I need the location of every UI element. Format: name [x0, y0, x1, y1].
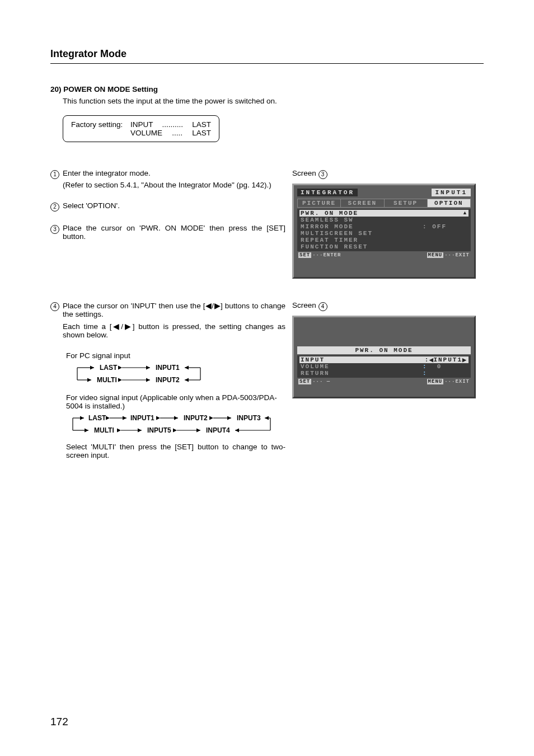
screen-label: Screen 3 [292, 169, 484, 179]
osd-submenu-title: PWR. ON MODE [297, 346, 471, 354]
step-2: 2 Select 'OPTION'. [50, 201, 285, 212]
osd-tab: SCREEN [341, 199, 384, 207]
osd-menu: PWR. ON MODE▲ SEAMLESS SW MIRROR MODE: O… [297, 209, 471, 251]
section-title: Integrator Mode [50, 48, 484, 64]
step-subtext: (Refer to section 5.4.1, "About the Inte… [63, 181, 285, 189]
osd-menu-item: RETURN : [299, 370, 469, 377]
factory-label: Factory setting: [71, 120, 130, 129]
factory-key: VOLUME [130, 129, 162, 137]
step-number-icon: 4 [50, 302, 59, 311]
svg-text:MULTI: MULTI [94, 426, 114, 434]
svg-text:MULTI: MULTI [97, 376, 117, 384]
screen-label: Screen 4 [292, 301, 484, 311]
factory-val: LAST [192, 129, 211, 137]
osd-menu-item-selected: PWR. ON MODE▲ [299, 210, 469, 217]
step-text: Select 'OPTION'. [63, 201, 285, 212]
osd-footer: SET···ENTER MENU···EXIT [297, 251, 471, 259]
svg-text:INPUT3: INPUT3 [237, 414, 261, 422]
osd-title-right: INPUT1 [432, 189, 471, 196]
svg-text:INPUT2: INPUT2 [184, 414, 208, 422]
cycle-arrows-icon: LAST INPUT1 INPUT2 INPUT3 MULTI INPUT5 I… [66, 412, 279, 437]
osd-tab: PICTURE [298, 199, 341, 207]
menu-keycap-icon: MENU [427, 252, 444, 258]
step-number-icon: 1 [50, 170, 59, 179]
menu-keycap-icon: MENU [427, 379, 444, 384]
left-column: 4 Place the cursor on 'INPUT' then use t… [50, 301, 292, 459]
osd-screen-4: PWR. ON MODE INPUT :◀INPUT1▶ VOLUME : 0 … [292, 316, 476, 398]
set-keycap-icon: SET [298, 252, 311, 258]
svg-text:LAST: LAST [100, 364, 118, 372]
step-subtext: Each time a [◀/▶] button is pressed, the… [63, 322, 285, 339]
osd-menu-item: FUNCTION RESET [299, 243, 469, 250]
osd-menu-item: MIRROR MODE: OFF [299, 223, 469, 230]
step-4: 4 Place the cursor on 'INPUT' then use t… [50, 301, 285, 339]
osd-menu: INPUT :◀INPUT1▶ VOLUME : 0 RETURN : [297, 355, 471, 378]
intro-text: This function sets the input at the time… [63, 97, 484, 105]
osd-tab-selected: OPTION [428, 199, 470, 207]
svg-text:INPUT5: INPUT5 [147, 426, 171, 434]
factory-setting-box: Factory setting: INPUT .......... LAST V… [63, 115, 219, 142]
step-1: 1 Enter the integrator mode. (Refer to s… [50, 169, 285, 189]
factory-key: INPUT [130, 120, 153, 129]
osd-menu-item: MULTISCREEN SET [299, 230, 469, 237]
step-text: Enter the integrator mode. [63, 169, 151, 177]
step-text: Place the cursor on 'INPUT' then use the… [63, 302, 285, 318]
factory-val: LAST [192, 120, 211, 129]
osd-menu-item: VOLUME : 0 [299, 363, 469, 370]
step-number-icon: 3 [50, 225, 59, 234]
osd-title-left: INTEGRATOR [297, 189, 358, 196]
pc-signal-label: For PC signal input [66, 351, 285, 360]
set-keycap-icon: SET [298, 379, 311, 384]
step-text: Place the cursor on 'PWR. ON MODE' then … [63, 224, 285, 241]
multi-note: Select 'MULTI' then press the [SET] butt… [66, 443, 285, 459]
setting-heading: 20) POWER ON MODE Setting [50, 85, 484, 93]
svg-text:INPUT4: INPUT4 [206, 426, 230, 434]
right-column: Screen 3 INTEGRATOR INPUT1 PICTURE SCREE… [292, 169, 484, 279]
step-number-icon: 2 [50, 203, 59, 212]
triangle-right-icon: ▶ [462, 357, 466, 363]
svg-text:LAST: LAST [88, 414, 106, 422]
osd-tabs: PICTURE SCREEN SETUP OPTION [297, 199, 471, 208]
osd-tab: SETUP [385, 199, 428, 207]
svg-text:INPUT2: INPUT2 [156, 376, 180, 384]
step-3: 3 Place the cursor on 'PWR. ON MODE' the… [50, 224, 285, 241]
svg-text:INPUT1: INPUT1 [130, 414, 154, 422]
left-column: 1 Enter the integrator mode. (Refer to s… [50, 169, 292, 279]
osd-footer: SET··· — MENU···EXIT [297, 378, 471, 386]
page-number: 172 [50, 716, 68, 728]
osd-menu-item-selected: INPUT :◀INPUT1▶ [299, 356, 469, 363]
svg-text:INPUT1: INPUT1 [156, 364, 180, 372]
scroll-up-icon: ▲ [462, 210, 467, 217]
osd-screen-3: INTEGRATOR INPUT1 PICTURE SCREEN SETUP O… [292, 184, 476, 279]
screen-number-icon: 4 [318, 302, 327, 311]
factory-dots: ..... [172, 129, 182, 137]
screen-number-icon: 3 [318, 170, 327, 179]
pc-cycle-diagram: LAST INPUT1 MULTI INPUT2 [66, 362, 285, 387]
osd-menu-item: SEAMLESS SW [299, 217, 469, 223]
cycle-arrows-icon: LAST INPUT1 MULTI INPUT2 [66, 362, 212, 387]
video-cycle-diagram: LAST INPUT1 INPUT2 INPUT3 MULTI INPUT5 I… [66, 412, 285, 437]
manual-page: Integrator Mode 20) POWER ON MODE Settin… [0, 0, 534, 756]
osd-menu-item: REPEAT TIMER [299, 237, 469, 243]
factory-dots: .......... [162, 120, 184, 129]
video-signal-label: For video signal input (Applicable only … [66, 393, 285, 410]
